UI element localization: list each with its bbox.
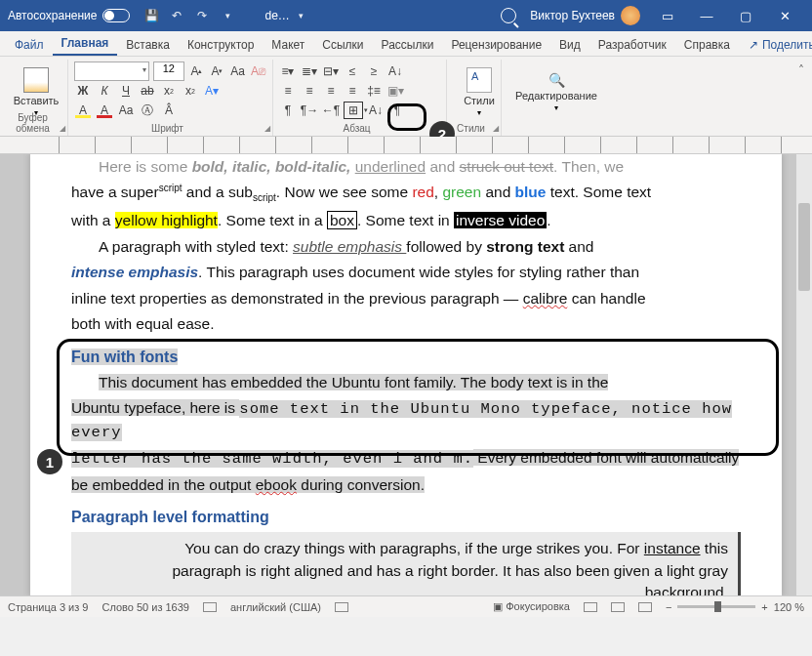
dialog-launcher-icon[interactable]: ◢ [264, 124, 270, 133]
numbering-button[interactable]: ≣▾ [301, 62, 318, 80]
save-icon[interactable]: 💾 [143, 8, 159, 23]
maximize-button[interactable]: ▢ [726, 0, 765, 31]
quick-access-toolbar: 💾 ↶ ↷ ▾ [143, 8, 235, 23]
spellcheck-icon[interactable] [203, 602, 217, 612]
close-button[interactable]: ✕ [765, 0, 804, 31]
sort-button[interactable]: A↓ [386, 62, 404, 80]
text-line: be embedded in the output ebook during c… [71, 474, 741, 496]
zoom-in-button[interactable]: + [761, 601, 767, 613]
align-left-button[interactable]: ≡ [279, 82, 297, 100]
tab-review[interactable]: Рецензирование [442, 34, 550, 56]
paste-label: Вставить [14, 95, 60, 106]
styles-icon: A [467, 67, 492, 93]
tab-references[interactable]: Ссылки [313, 34, 372, 56]
paragraph-group-label: Абзац [273, 123, 440, 134]
tab-insert[interactable]: Вставка [117, 34, 179, 56]
autosave-toggle[interactable]: Автосохранение [8, 9, 130, 22]
chevron-up-icon: ˄ [798, 63, 804, 77]
search-icon[interactable] [501, 8, 516, 23]
web-layout-icon[interactable] [638, 602, 652, 612]
focus-mode-button[interactable]: ▣ Фокусировка [493, 600, 570, 613]
tab-home[interactable]: Главная [53, 32, 118, 56]
change-case-button[interactable]: Aa [229, 62, 246, 80]
tab-help[interactable]: Справка [675, 34, 739, 56]
ltr-button[interactable]: ¶→ [301, 102, 318, 119]
tab-layout[interactable]: Макет [263, 34, 313, 56]
print-layout-icon[interactable] [611, 602, 625, 612]
dialog-launcher-icon[interactable]: ◢ [438, 124, 444, 133]
shrink-font-button[interactable]: A▾ [209, 62, 225, 80]
font-size-select[interactable]: 12 [153, 62, 184, 81]
undo-icon[interactable]: ↶ [169, 8, 184, 23]
user-name: Виктор Бухтеев [530, 9, 615, 22]
multilevel-button[interactable]: ⊟▾ [322, 62, 340, 80]
enclose-button[interactable]: Ⓐ [139, 102, 156, 119]
status-page[interactable]: Страница 3 из 9 [8, 601, 88, 613]
status-words[interactable]: Слово 50 из 1639 [102, 601, 189, 613]
highlight-button[interactable]: A [74, 102, 92, 119]
zoom-out-button[interactable]: − [666, 601, 671, 613]
zoom-control[interactable]: − + 120 % [666, 601, 804, 613]
title-chevron-down-icon[interactable]: ▾ [294, 8, 309, 23]
text-line: You can do crazy things with paragraphs,… [81, 538, 728, 559]
bold-button[interactable]: Ж [74, 82, 92, 100]
redo-icon[interactable]: ↷ [194, 8, 210, 23]
account-button[interactable]: Виктор Бухтеев [530, 6, 640, 25]
ribbon-options-button[interactable]: ▭ [648, 0, 687, 31]
share-button[interactable]: ↗ Поделиться [739, 34, 812, 56]
editing-button[interactable]: 🔍 Редактирование ▾ [508, 62, 605, 122]
dialog-launcher-icon[interactable]: ◢ [493, 124, 499, 133]
zoom-slider[interactable] [677, 605, 755, 608]
decrease-indent-button[interactable]: ≤ [344, 62, 361, 80]
tab-file[interactable]: Файл [6, 34, 53, 56]
page[interactable]: Here is some bold, italic, bold-italic, … [30, 154, 782, 595]
justify-button[interactable]: ≡ [344, 82, 361, 100]
phonetic-button[interactable]: Â [160, 102, 178, 119]
read-mode-icon[interactable] [584, 602, 597, 612]
font-name-select[interactable]: ▾ [74, 62, 149, 81]
text-line: both with equal ease. [71, 313, 741, 335]
horizontal-ruler[interactable] [0, 137, 812, 154]
grow-font-button[interactable]: A▴ [188, 62, 205, 80]
ruler-marks [59, 137, 792, 153]
italic-button[interactable]: К [96, 82, 113, 100]
tab-design[interactable]: Конструктор [179, 34, 263, 56]
accessibility-icon[interactable] [335, 602, 348, 612]
increase-indent-button[interactable]: ≥ [365, 62, 383, 80]
subscript-button[interactable]: x2 [160, 82, 178, 100]
collapse-ribbon-button[interactable]: ˄ [794, 60, 808, 136]
shading-button[interactable]: ▣▾ [386, 82, 404, 100]
qat-dropdown-icon[interactable]: ▾ [220, 8, 235, 23]
status-language[interactable]: английский (США) [230, 601, 321, 613]
tab-developer[interactable]: Разработчик [589, 34, 675, 56]
minimize-button[interactable]: — [687, 0, 726, 31]
bullets-button[interactable]: ≡▾ [279, 62, 297, 80]
rtl-button[interactable]: ←¶ [322, 102, 340, 119]
dialog-launcher-icon[interactable]: ◢ [60, 124, 65, 133]
strike-button[interactable]: ab [139, 82, 156, 100]
vertical-scrollbar[interactable] [796, 154, 812, 595]
sort-para-button[interactable]: A↓ [367, 102, 385, 119]
char-shading-button[interactable]: Aa [117, 102, 135, 119]
text-line: A paragraph with styled text: subtle emp… [71, 236, 741, 258]
share-label: Поделиться [762, 38, 812, 52]
pilcrow-button[interactable]: ¶ [388, 102, 406, 119]
styles-button[interactable]: A Стили ▾ [453, 62, 506, 122]
borders-button[interactable]: ⊞▾ [344, 102, 363, 119]
text-line: letter has the same width, even i and m.… [71, 447, 741, 470]
text-effects-button[interactable]: A▾ [203, 82, 221, 100]
align-center-button[interactable]: ≡ [301, 82, 318, 100]
tab-view[interactable]: Вид [550, 34, 589, 56]
tab-mailings[interactable]: Рассылки [373, 34, 443, 56]
show-marks-button[interactable]: ¶ [279, 102, 297, 119]
superscript-button[interactable]: x2 [182, 82, 199, 100]
align-right-button[interactable]: ≡ [322, 82, 340, 100]
text-line: have a superscript and a subscript. Now … [71, 182, 741, 206]
underline-button[interactable]: Ч [117, 82, 135, 100]
paste-icon [23, 67, 49, 93]
clear-format-button[interactable]: A⎚ [250, 62, 266, 80]
scrollbar-thumb[interactable] [798, 203, 810, 291]
line-spacing-button[interactable]: ‡≡ [365, 82, 383, 100]
zoom-value[interactable]: 120 % [774, 601, 804, 613]
font-color-button[interactable]: A [96, 102, 113, 119]
